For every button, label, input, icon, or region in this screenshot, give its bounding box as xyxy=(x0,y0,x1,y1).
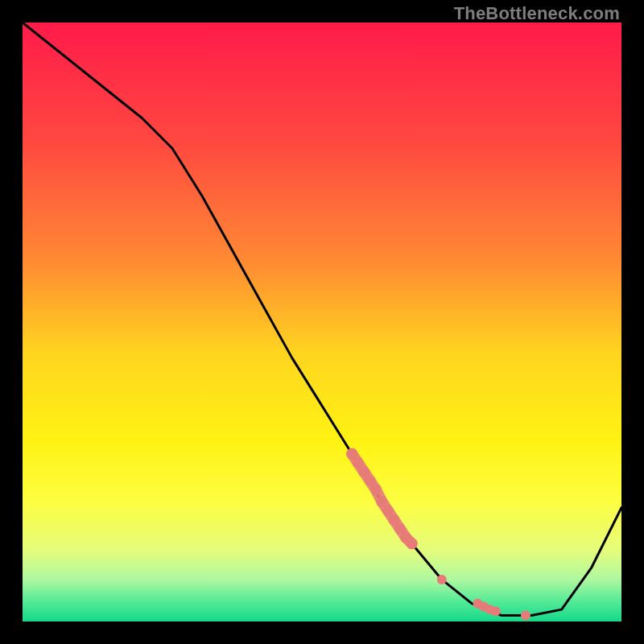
marker-dot xyxy=(521,611,530,621)
watermark-text: TheBottleneck.com xyxy=(454,3,620,24)
chart-svg xyxy=(23,23,621,621)
marker-dot xyxy=(407,538,418,549)
marker-dot xyxy=(370,484,382,495)
marker-dot xyxy=(437,575,447,584)
plot-area xyxy=(23,23,621,621)
gradient-background xyxy=(23,23,621,621)
marker-dot xyxy=(491,606,501,616)
